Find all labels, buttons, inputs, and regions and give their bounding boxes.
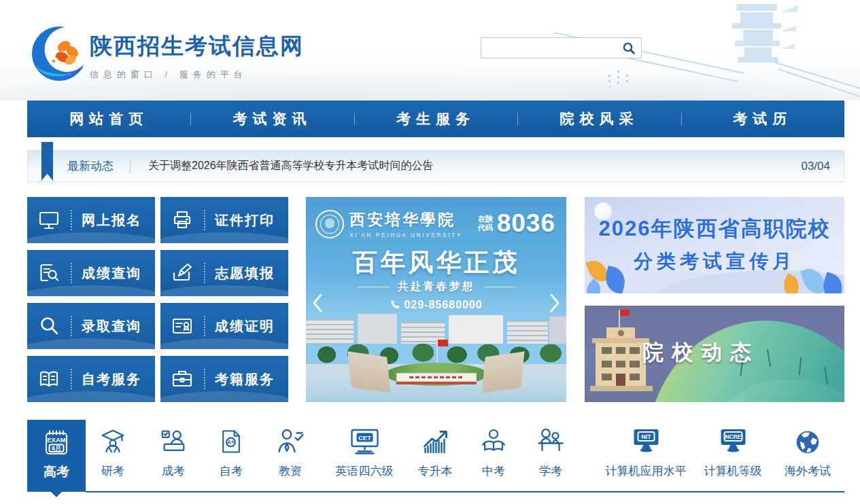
nav-item-exam-news[interactable]: 考试资讯 (190, 101, 354, 137)
search-input[interactable] (481, 38, 617, 58)
quick-link-online-registration[interactable]: 网上报名 (27, 197, 155, 243)
carousel-prev-button[interactable] (309, 289, 326, 317)
category-label: 英语四六级 (336, 463, 394, 479)
university-code: 在陕 代码 8036 (478, 209, 555, 238)
category-label: 专升本 (418, 463, 453, 479)
hero-carousel[interactable]: 西安培华學院 XI'AN PEIHUA UNIVERSITY 在陕 代码 803… (306, 197, 566, 402)
quick-link-label: 网上报名 (82, 211, 141, 230)
active-tab-pointer (51, 492, 62, 497)
graduate-icon (99, 424, 127, 456)
red-flag (620, 310, 630, 316)
ticker-headline-link[interactable]: 关于调整2026年陕西省普通高等学校专升本考试时间的公告 (148, 159, 801, 173)
certificate-icon (160, 314, 204, 338)
monitor-icon (27, 208, 71, 232)
dotted-divider (71, 263, 72, 283)
site-logo[interactable] (29, 24, 88, 84)
flower-bed (396, 382, 477, 384)
svg-text:EXAM: EXAM (47, 436, 66, 444)
category-label: 自考 (220, 463, 243, 479)
quick-link-label: 成绩证明 (215, 317, 275, 336)
code-label-bottom: 代码 (478, 223, 493, 232)
header: 陕西招生考试信息网 信息的窗口 / 服务的平台 (0, 0, 860, 101)
dotted-divider (204, 369, 205, 389)
code-value: 8036 (497, 209, 555, 238)
category-label: 计算机应用水平 (606, 463, 687, 479)
category-zhongkao[interactable]: 中考 (479, 424, 508, 479)
category-yankao[interactable]: 研考 (99, 424, 127, 479)
code-label-top: 在陕 (478, 215, 493, 223)
quick-link-score-inquiry[interactable]: 成绩查询 (27, 250, 155, 296)
nit-monitor-icon: NIT (630, 424, 661, 456)
university-brand: 西安培华學院 XI'AN PEIHUA UNIVERSITY (315, 209, 462, 238)
category-chengkao[interactable]: 成考 (159, 424, 188, 479)
category-xuekao[interactable]: 学考 (536, 424, 566, 479)
quick-links-grid: 网上报名 证件打印 成绩查询 (27, 197, 288, 402)
university-seal-icon (315, 210, 344, 238)
score-search-icon (27, 261, 71, 285)
nav-item-college-showcase[interactable]: 院校风采 (517, 101, 681, 137)
search-box (481, 37, 642, 58)
category-cet[interactable]: CET 英语四六级 (336, 424, 394, 479)
ncre-monitor-icon: NCRE (717, 424, 749, 456)
magnifier-icon (27, 314, 71, 338)
quick-link-exam-record-service[interactable]: 考籍服务 (160, 356, 288, 402)
campus-photo (306, 312, 566, 402)
logo-swirl-icon (29, 24, 88, 84)
svg-text:6月: 6月 (52, 445, 61, 452)
quick-link-label: 录取查询 (82, 317, 141, 336)
svg-text:NCRE: NCRE (725, 433, 741, 440)
quick-link-score-certificate[interactable]: 成绩证明 (160, 303, 288, 349)
chevron-left-icon (311, 293, 324, 313)
site-slogan: 信息的窗口 / 服务的平台 (90, 69, 304, 81)
quick-link-admission-inquiry[interactable]: 录取查询 (27, 303, 155, 349)
gate-sign (396, 373, 477, 382)
svg-text:NIT: NIT (641, 433, 651, 440)
page: 陕西招生考试信息网 信息的窗口 / 服务的平台 网站首页 考试资讯 考生服务 院… (0, 0, 860, 504)
growth-chart-icon (420, 424, 450, 456)
quick-link-self-exam-service[interactable]: 自考服务 (27, 356, 155, 402)
category-tab-gaokao[interactable]: EXAM 6月 高考 (27, 420, 86, 492)
brand-block: 陕西招生考试信息网 信息的窗口 / 服务的平台 (90, 31, 304, 81)
category-label: 学考 (539, 463, 562, 479)
nav-item-candidate-services[interactable]: 考生服务 (354, 101, 517, 137)
category-zikao[interactable]: A+ 自考 (218, 424, 245, 479)
category-jiaozi[interactable]: 教资 (275, 424, 305, 479)
dotted-divider (204, 316, 205, 336)
carousel-slogan-main: 百年风华正茂 (306, 246, 566, 280)
search-icon (622, 41, 636, 55)
ticker-label: 最新动态 (67, 158, 114, 174)
quick-link-volunteer-fill[interactable]: 志愿填报 (160, 250, 288, 296)
quick-link-label: 考籍服务 (215, 370, 275, 389)
svg-text:CET: CET (358, 434, 371, 442)
college-news-banner[interactable]: 院校动态 (585, 306, 844, 402)
quick-link-label: 成绩查询 (82, 264, 141, 283)
university-name: 西安培华學院 (349, 209, 462, 230)
quick-link-label: 自考服务 (82, 370, 141, 389)
self-study-icon: A+ (218, 424, 245, 456)
phone-number: 029-85680000 (404, 299, 482, 311)
search-button[interactable] (617, 38, 641, 58)
category-zhuanshengben[interactable]: 专升本 (418, 424, 453, 479)
category-nit[interactable]: NIT 计算机应用水平 (606, 424, 687, 479)
printer-icon (160, 208, 204, 232)
quick-link-label: 证件打印 (215, 211, 275, 230)
category-underline (86, 491, 844, 492)
gate-wedge-right (481, 351, 524, 393)
nav-item-exam-calendar[interactable]: 考试历 (681, 101, 844, 137)
quick-link-certificate-print[interactable]: 证件打印 (160, 197, 288, 243)
promo-banner[interactable]: 2026年陕西省高职院校 分类考试宣传月 (585, 197, 844, 293)
red-flag (438, 340, 448, 346)
category-ncre[interactable]: NCRE 计算机等级 (704, 424, 762, 479)
carousel-next-button[interactable] (546, 289, 564, 317)
college-news-title: 院校动态 (585, 338, 817, 367)
svg-text:A+: A+ (227, 439, 235, 446)
teacher-cert-icon (275, 424, 305, 456)
category-label: 研考 (101, 463, 124, 479)
exam-calendar-icon: EXAM 6月 (41, 427, 71, 458)
category-label: 计算机等级 (704, 463, 762, 479)
nav-item-home[interactable]: 网站首页 (27, 101, 190, 137)
category-label: 教资 (279, 463, 302, 479)
dotted-divider (71, 369, 72, 389)
category-overseas[interactable]: 海外考试 (785, 424, 831, 479)
quick-link-label: 志愿填报 (215, 264, 275, 283)
